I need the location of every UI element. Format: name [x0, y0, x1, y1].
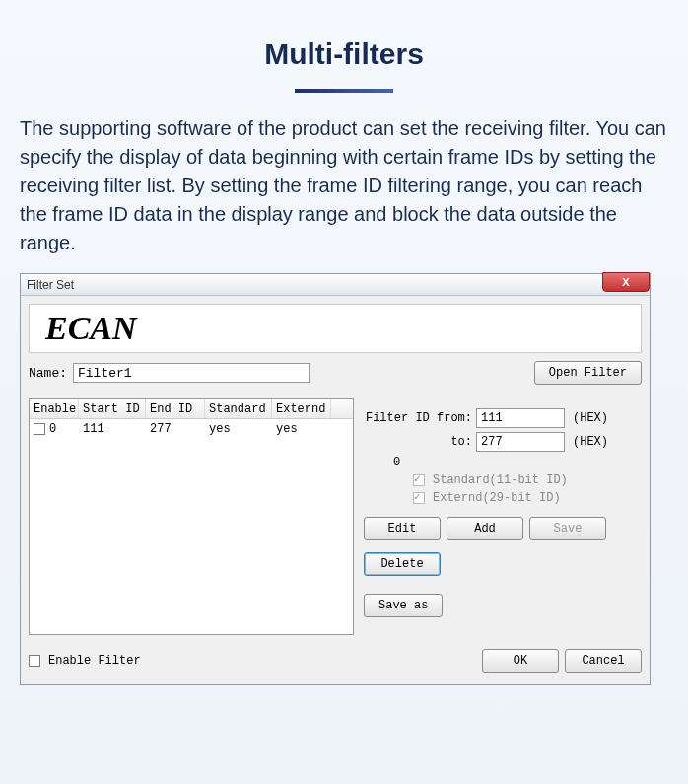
standard-checkbox-label: Standard(11-bit ID)	[433, 473, 568, 487]
close-button[interactable]: X	[602, 272, 650, 292]
externd-checkbox[interactable]	[413, 492, 425, 504]
row-start: 111	[79, 419, 146, 439]
filter-set-dialog: Filter Set X ECAN Name: Open Filter Enab…	[20, 273, 651, 685]
dialog-titlebar: Filter Set X	[21, 274, 650, 296]
col-externd: Externd	[272, 399, 331, 418]
col-standard: Standard	[205, 399, 272, 418]
filter-edit-panel: Filter ID from: (HEX) to: (HEX) 0 Standa…	[364, 398, 642, 635]
enable-filter-label: Enable Filter	[48, 654, 141, 668]
row-enable-num: 0	[49, 422, 56, 436]
save-button[interactable]: Save	[529, 517, 606, 540]
dialog-footer: Enable Filter OK Cancel	[29, 645, 642, 677]
row-standard: yes	[205, 419, 272, 439]
filter-from-label: Filter ID from:	[364, 411, 472, 425]
open-filter-button[interactable]: Open Filter	[534, 361, 642, 385]
add-button[interactable]: Add	[447, 517, 523, 540]
col-enable: Enable	[30, 399, 79, 418]
page-description: The supporting software of the product c…	[0, 93, 688, 273]
ok-button[interactable]: OK	[482, 649, 559, 673]
dialog-body: ECAN Name: Open Filter Enable Start ID E…	[21, 296, 650, 684]
hex-label-from: (HEX)	[573, 411, 608, 425]
filter-table[interactable]: Enable Start ID End ID Standard Externd …	[29, 398, 354, 635]
cancel-button[interactable]: Cancel	[565, 649, 642, 673]
row-end: 277	[146, 419, 205, 439]
col-start-id: Start ID	[79, 399, 146, 418]
col-end-id: End ID	[146, 399, 205, 418]
table-row[interactable]: 0 111 277 yes yes	[30, 419, 353, 439]
close-icon: X	[622, 276, 629, 288]
hex-label-to: (HEX)	[573, 435, 608, 449]
name-row: Name: Open Filter	[29, 361, 642, 385]
row-enable-checkbox[interactable]	[34, 423, 45, 435]
filter-from-input[interactable]	[476, 408, 565, 428]
zero-label: 0	[393, 456, 642, 469]
page-title: Multi-filters	[0, 0, 688, 71]
table-header: Enable Start ID End ID Standard Externd	[30, 399, 353, 419]
name-label: Name:	[29, 366, 67, 381]
app-logo: ECAN	[29, 304, 642, 353]
delete-button[interactable]: Delete	[364, 552, 441, 576]
filter-to-input[interactable]	[476, 432, 565, 452]
row-externd: yes	[272, 419, 331, 439]
name-input[interactable]	[73, 363, 310, 383]
edit-button[interactable]: Edit	[364, 517, 441, 540]
filter-to-label: to:	[364, 435, 472, 449]
save-as-button[interactable]: Save as	[364, 594, 443, 617]
enable-filter-checkbox[interactable]	[29, 655, 40, 667]
dialog-title: Filter Set	[27, 278, 74, 292]
externd-checkbox-label: Externd(29-bit ID)	[433, 491, 561, 505]
standard-checkbox[interactable]	[413, 474, 425, 486]
